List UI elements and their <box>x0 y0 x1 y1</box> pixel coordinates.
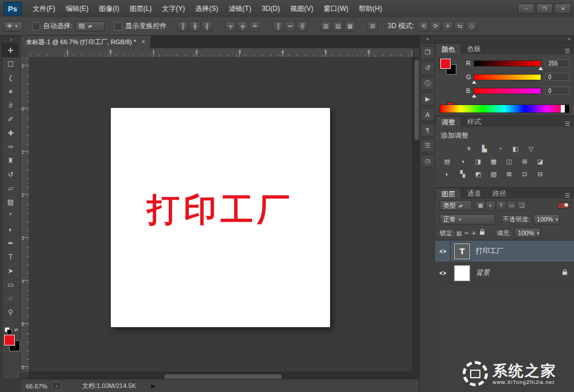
tab-close-icon[interactable]: × <box>141 38 145 45</box>
align-icon[interactable]: ╢ <box>201 21 212 32</box>
layer-name[interactable]: 背景 <box>476 268 490 278</box>
menu-item[interactable]: 编辑(E) <box>60 0 94 17</box>
menu-item[interactable]: 选择(S) <box>190 0 223 17</box>
panel-menu-icon[interactable]: ☰ <box>561 121 574 127</box>
menu-item[interactable]: 文件(F) <box>28 0 60 17</box>
distribute-icon[interactable]: ║ <box>273 21 284 32</box>
pen-tool[interactable]: ✒ <box>2 236 19 250</box>
auto-align-icon[interactable]: ⊞ <box>367 21 378 32</box>
red-value-field[interactable]: 255 <box>545 59 569 67</box>
opacity-dropdown[interactable]: 100% <box>533 214 560 224</box>
document-tab[interactable]: 未标题-1 @ 66.7% (打印工厂, RGB/8) * × <box>21 36 151 48</box>
swap-colors-icon[interactable]: ⇄ <box>14 327 18 332</box>
layer-filter-icon[interactable]: ▭ <box>506 201 517 211</box>
spectrum-white-block[interactable] <box>561 105 565 112</box>
adjustment-icon[interactable]: ◔ <box>494 143 506 154</box>
distribute-spacing-icon[interactable]: ▤ <box>332 21 343 32</box>
layer-row-text[interactable]: T 打印工厂 <box>435 240 574 262</box>
layer-visibility-toggle[interactable] <box>435 262 451 284</box>
lock-all-icon[interactable] <box>480 231 484 235</box>
adjustment-icon[interactable]: ▽ <box>525 143 537 154</box>
menu-item[interactable]: 视图(V) <box>285 0 319 17</box>
minimize-button[interactable]: ─ <box>518 3 534 14</box>
shape-tool[interactable]: ▭ <box>2 278 19 292</box>
blue-value-field[interactable]: 0 <box>545 87 569 95</box>
blend-mode-dropdown[interactable]: 正常 <box>440 214 495 224</box>
blue-slider-thumb[interactable] <box>472 92 476 98</box>
styles-panel-icon[interactable]: ☰ <box>421 139 435 152</box>
adjustment-icon[interactable]: ▦ <box>487 156 500 166</box>
hand-tool[interactable]: ☞ <box>2 292 19 305</box>
adjustment-icon[interactable]: ⊠ <box>503 169 515 179</box>
path-selection-tool[interactable]: ➤ <box>2 264 19 278</box>
adjustment-icon[interactable]: ▙ <box>478 143 491 154</box>
align-icon[interactable]: ╟ <box>177 21 188 32</box>
align-icon[interactable]: ╤ <box>225 21 236 32</box>
distribute-spacing-icon[interactable]: ▥ <box>320 21 331 32</box>
auto-select-dropdown[interactable]: 组 <box>75 21 105 32</box>
panel-menu-icon[interactable]: ☰ <box>561 192 574 199</box>
mode-3d-icon[interactable]: ⟲ <box>418 21 429 32</box>
adjustment-icon[interactable]: ☀ <box>463 143 475 154</box>
lasso-tool[interactable]: ζ <box>2 71 19 85</box>
tab-channels[interactable]: 通道 <box>461 188 487 199</box>
adjustment-icon[interactable]: ⊟ <box>534 169 546 179</box>
layer-visibility-toggle[interactable] <box>435 240 451 262</box>
vertical-ruler[interactable]: 10123456 <box>21 57 29 372</box>
menu-item[interactable]: 3D(D) <box>257 0 285 17</box>
layer-filter-icon[interactable]: ❏ <box>517 201 527 211</box>
layer-row-background[interactable]: 背景 <box>435 262 574 284</box>
eraser-tool[interactable]: ▱ <box>2 181 19 195</box>
color-spectrum-ramp[interactable] <box>440 104 569 113</box>
layer-filter-icon[interactable]: ◐ <box>486 201 496 211</box>
status-flyout-arrow[interactable]: ▶ <box>151 383 156 389</box>
adjustment-icon[interactable]: ◨ <box>472 156 484 166</box>
collapse-to-icons-button[interactable]: » <box>564 36 574 42</box>
background-layer-thumbnail[interactable] <box>454 265 470 281</box>
document-canvas[interactable]: 打印工厂 <box>111 108 330 327</box>
menu-item[interactable]: 图层(L) <box>125 0 157 17</box>
layer-filter-icon[interactable]: ▦ <box>475 201 486 211</box>
menu-item[interactable]: 窗口(W) <box>319 0 354 17</box>
distribute-icon[interactable]: ╬ <box>297 21 308 32</box>
spectrum-black-block[interactable] <box>565 105 569 112</box>
default-colors-icon[interactable] <box>5 327 10 332</box>
clone-stamp-tool[interactable]: ♜ <box>2 154 19 168</box>
mode-3d-icon[interactable]: ◇ <box>466 21 477 32</box>
lock-pixels-icon[interactable]: ✑ <box>464 230 469 236</box>
menu-item[interactable]: 滤镜(T) <box>223 0 256 17</box>
show-transform-checkbox[interactable] <box>114 22 122 30</box>
blur-tool[interactable]: ❜ <box>2 209 19 223</box>
adjustment-icon[interactable]: ◫ <box>503 156 515 166</box>
mode-3d-icon[interactable]: ⇆ <box>454 21 465 32</box>
adjustment-icon[interactable]: ◧ <box>509 143 522 154</box>
horizontal-ruler[interactable]: 10123456 <box>29 48 412 57</box>
align-icon[interactable]: ╧ <box>249 21 260 32</box>
expand-panels-button[interactable]: « <box>420 36 436 44</box>
properties-panel-icon[interactable]: ❐ <box>421 46 435 59</box>
gradient-tool[interactable]: ▨ <box>2 195 19 209</box>
red-slider[interactable] <box>474 60 541 67</box>
filter-type-dropdown[interactable]: 类型 <box>440 200 472 211</box>
adjustment-icon[interactable]: ▧ <box>487 169 500 179</box>
eyedropper-tool[interactable]: ✐ <box>2 112 19 126</box>
marquee-tool[interactable]: ☐ <box>2 57 19 71</box>
tab-paths[interactable]: 路径 <box>487 188 512 199</box>
healing-brush-tool[interactable]: ✚ <box>2 126 19 140</box>
layer-name[interactable]: 打印工厂 <box>476 246 503 256</box>
history-panel-icon[interactable]: ↺ <box>421 61 435 75</box>
tool-preset-picker[interactable]: ✛ <box>3 21 23 32</box>
adjustment-icon[interactable]: ◪ <box>534 156 546 166</box>
auto-select-checkbox[interactable] <box>32 22 40 30</box>
actions-panel-icon[interactable]: ▶ <box>421 92 435 106</box>
align-icon[interactable]: ╫ <box>189 21 200 32</box>
tab-layers[interactable]: 图层 <box>435 188 461 199</box>
adjustment-icon[interactable]: ▚ <box>456 169 469 179</box>
adjustment-icon[interactable]: ⊡ <box>518 169 531 179</box>
crop-tool[interactable]: # <box>2 99 19 112</box>
green-slider[interactable] <box>474 74 541 80</box>
mode-3d-icon[interactable]: ⟳ <box>430 21 441 32</box>
restore-button[interactable]: ❐ <box>536 3 553 14</box>
zoom-level[interactable]: 66.67% <box>26 383 47 390</box>
distribute-spacing-icon[interactable]: ▦ <box>344 21 355 32</box>
